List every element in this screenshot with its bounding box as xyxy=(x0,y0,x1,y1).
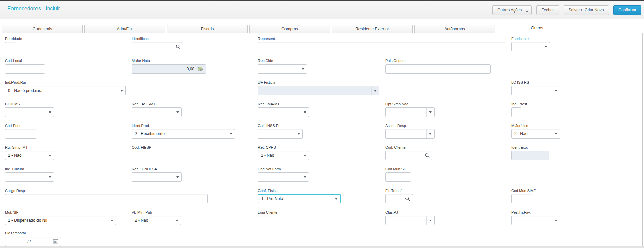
calendar-icon[interactable] xyxy=(53,239,58,244)
represent-input[interactable] xyxy=(258,42,505,51)
blq-temporal-input[interactable]: / / xyxy=(5,237,61,246)
dropdown-arrow-box xyxy=(552,129,560,138)
chevron-down-icon xyxy=(302,68,304,70)
lc-iss-rs-select[interactable] xyxy=(511,86,560,95)
field-ident-exp: Ident.Exp. xyxy=(511,145,549,160)
loja-cliente-input[interactable] xyxy=(258,216,270,225)
maior-nota-label: Maior Nota xyxy=(132,59,206,63)
ret-cprb-select[interactable]: 2 - Não xyxy=(258,151,309,160)
uf-ficticia-select xyxy=(258,86,379,95)
chevron-down-icon xyxy=(555,90,558,92)
chevron-down-icon xyxy=(297,133,300,135)
field-opt-simp-nac: Opt Simp Nac xyxy=(385,102,435,117)
cod-fiesp-input[interactable] xyxy=(132,151,147,160)
chevron-down-icon xyxy=(429,220,432,221)
dropdown-arrow-box xyxy=(332,195,340,203)
fechar-label: Fechar xyxy=(541,8,554,13)
cod-local-label: Cod.Local xyxy=(5,59,45,63)
tab-outros[interactable]: Outros xyxy=(497,21,577,33)
cod-func-label: Cód Func xyxy=(5,124,36,128)
tab-autônomos[interactable]: Autônomos xyxy=(414,25,495,33)
fechar-button[interactable]: Fechar xyxy=(536,5,559,15)
pes-tri-fav-select[interactable] xyxy=(511,216,560,225)
blq-temporal-label: BlqTemporal xyxy=(5,231,61,235)
dropdown-arrow-box xyxy=(552,216,560,225)
rec-fundesa-select[interactable] xyxy=(132,172,182,182)
lc-iss-rs-label: LC ISS RS xyxy=(511,80,560,84)
tab-fiscais[interactable]: Fiscais xyxy=(167,25,248,33)
dropdown-arrow-box xyxy=(371,86,379,95)
assoc-desp-select[interactable] xyxy=(385,129,435,139)
field-rec-fase-mt: Rec.FASE-MT xyxy=(132,102,182,117)
field-cod-cliente: Cód. Cliente xyxy=(385,145,432,160)
rg-simp-mt-select[interactable]: 2 - Não xyxy=(5,151,54,160)
conf-fisica-select[interactable]: 1 - Pré-Nota xyxy=(258,194,341,203)
prioridade-input[interactable] xyxy=(5,42,15,51)
ind-prod-rur-value: 0 - Não é prod.rural xyxy=(5,88,118,93)
inc-cultura-select[interactable] xyxy=(5,172,54,182)
cod-local-input[interactable] xyxy=(5,64,45,74)
identificac-input[interactable] xyxy=(132,42,183,51)
field-cod-mun-sc: Cod Mun SC xyxy=(385,167,411,182)
ind-prod-rur-select[interactable]: 0 - Não é prod.rural xyxy=(5,86,126,95)
tab-label: Autônomos xyxy=(444,27,465,31)
field-rg-simp-mt: Rg. Simp. MT2 - Não xyxy=(5,145,54,160)
salvar-e-criar-novo-button[interactable]: Salvar e Criar Novo xyxy=(564,5,609,15)
mot-nif-select[interactable]: 1 - Dispensado do NIF xyxy=(5,216,116,225)
opt-simp-nac-select[interactable] xyxy=(385,107,435,117)
field-cod-func: Cód Func xyxy=(5,124,36,139)
tab-cadastrais[interactable]: Cadastrais xyxy=(2,25,83,33)
cod-mun-siaf-input[interactable] xyxy=(511,194,531,203)
fil-transf-input[interactable] xyxy=(385,194,413,203)
prioridade-label: Prioridade xyxy=(5,36,22,41)
search-icon[interactable] xyxy=(425,153,430,158)
calc-inss-pt-select[interactable] xyxy=(258,129,303,139)
field-identificac: Identificac. xyxy=(132,36,183,51)
pais-origem-input[interactable] xyxy=(385,64,491,74)
chevron-down-icon xyxy=(429,111,432,113)
field-fabricante: Fabricante xyxy=(511,36,550,51)
fabricante-label: Fabricante xyxy=(511,36,550,41)
tab-adm-fin-[interactable]: Adm/Fin. xyxy=(84,25,165,33)
field-vl-min-pub: Vl. Mín. Pub2 - Não xyxy=(132,210,181,225)
search-icon[interactable] xyxy=(176,44,181,49)
rec-cide-select[interactable] xyxy=(258,64,307,74)
vl-min-pub-select[interactable]: 2 - Não xyxy=(132,216,181,225)
dropdown-arrow-box xyxy=(426,216,434,225)
cod-mun-sc-input[interactable] xyxy=(385,172,411,182)
dropdown-arrow-box xyxy=(46,108,54,117)
ident-prod-select[interactable]: 2 - Recebimento xyxy=(132,129,235,139)
ccicms-select[interactable] xyxy=(5,107,54,117)
header: Fornecedores - Incluir Outras Ações Fech… xyxy=(0,1,644,19)
search-icon[interactable] xyxy=(405,196,410,201)
tab-label: Fiscais xyxy=(201,27,214,31)
fabricante-select[interactable] xyxy=(511,42,550,51)
confirmar-button[interactable]: Confirmar xyxy=(613,5,641,15)
rec-ima-mt-select[interactable] xyxy=(258,107,309,117)
cod-cliente-input[interactable] xyxy=(385,151,432,160)
dropdown-arrow-box xyxy=(173,216,181,225)
vl-min-pub-label: Vl. Mín. Pub xyxy=(132,210,181,214)
tab-residente-exterior[interactable]: Residente Exterior xyxy=(332,25,413,33)
dropdown-arrow-box xyxy=(174,173,181,181)
rec-fase-mt-select[interactable] xyxy=(132,107,182,117)
ind-prest-input[interactable] xyxy=(511,107,521,117)
dropdown-arrow-box xyxy=(46,151,54,160)
salvar-e-criar-novo-label: Salvar e Criar Novo xyxy=(569,8,604,13)
dropdown-arrow-box xyxy=(118,86,125,95)
loja-cliente-label: Loja Cliente xyxy=(258,210,277,214)
tab-label: Adm/Fin. xyxy=(117,27,133,31)
field-fil-transf: Fil. Transf. xyxy=(385,189,413,203)
end-not-form-select[interactable] xyxy=(258,172,309,182)
chevron-down-icon xyxy=(176,111,179,113)
tab-label: Cadastrais xyxy=(33,27,52,31)
rg-simp-mt-label: Rg. Simp. MT xyxy=(5,145,54,149)
clas-pj-select[interactable] xyxy=(385,216,435,225)
dropdown-arrow-box xyxy=(227,129,235,138)
cod-func-input[interactable] xyxy=(5,129,36,139)
outras-acoes-button[interactable]: Outras Ações xyxy=(492,5,532,15)
field-conf-fisica: Conf. Física1 - Pré-Nota xyxy=(258,189,341,203)
cargo-resp-input[interactable] xyxy=(5,194,208,203)
m-juridico-select[interactable]: 2 - Não xyxy=(511,129,560,139)
tab-compras[interactable]: Compras xyxy=(249,25,330,33)
